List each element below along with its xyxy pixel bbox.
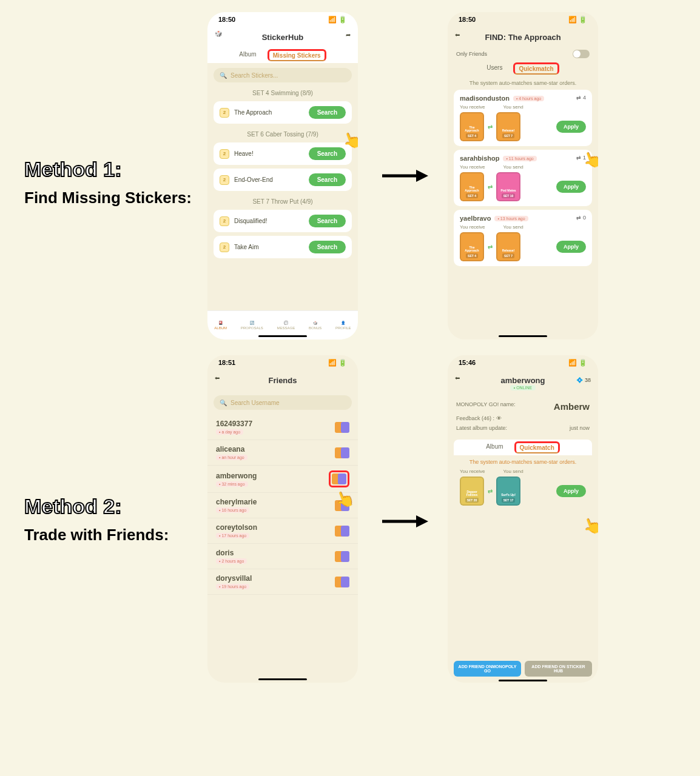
friend-cards-icon[interactable] [329,470,349,487]
nav-proposals[interactable]: 🔄PROPOSALS [241,321,263,330]
apply-button[interactable]: Apply [556,241,586,253]
sticker-row: 2Disqualified! Search [214,210,352,232]
add-friend-monopoly-button[interactable]: ADD FRIEND ONMONOPOLY GO [454,661,521,677]
search-button[interactable]: Search [309,215,346,227]
home-indicator [258,678,307,680]
match-time: • 11 hours ago [503,156,536,161]
swap-icon: ⇄ [488,244,493,250]
nav-message[interactable]: 💬MESSAGE [277,321,295,330]
search-button[interactable]: Search [309,147,346,160]
swap-count: ⇄ 4 [576,95,586,101]
friend-cards-icon[interactable] [335,526,349,537]
home-indicator [499,680,547,681]
mgo-name: Amberw [554,401,590,412]
tab-album[interactable]: Album [239,51,256,60]
latest-value: just now [570,425,590,431]
only-friends-label: Only Friends [456,51,487,57]
sticker-row: 2Take Aim Search [214,236,352,258]
arrow-right-2 [381,509,429,534]
search-button[interactable]: Search [309,241,346,253]
friend-time: • 19 hours ago [216,584,249,589]
friend-name: cherylmarie [216,498,257,506]
friend-name: aliceana [216,445,247,453]
back-arrow-icon[interactable]: ⬅ [455,375,466,386]
statusbar: 18:50 📶🔋 [207,12,358,27]
friend-cards-icon[interactable] [335,447,349,458]
friend-row[interactable]: coreytolson • 17 hours ago [207,518,358,544]
friend-row[interactable]: amberwong • 32 mins ago [207,466,358,493]
nav-album[interactable]: 🎴ALBUM [214,321,227,330]
nav-profile[interactable]: 👤PROFILE [335,321,351,330]
friend-row[interactable]: 162493377 • a day ago [207,415,358,440]
apply-button[interactable]: Apply [556,121,586,133]
friend-cards-icon[interactable] [335,551,349,562]
search-icon: 🔍 [220,400,227,406]
friend-time: • 17 hours ago [216,533,249,538]
add-friend-stickerhub-button[interactable]: ADD FRIEND ON STICKER HUB [525,661,592,677]
sticker-row: 2The Approach Search [214,101,352,124]
receive-card: The ApproachSET 4 [460,112,484,141]
match-username[interactable]: sarahbishop [460,155,499,162]
search-input[interactable]: 🔍 Search Stickers... [214,68,352,82]
status-icons: 📶🔋 [568,16,587,24]
latest-label: Latest album update: [456,425,507,431]
sticker-name: Disqualified! [234,218,267,224]
swap-icon: ⇄ [488,184,493,190]
send-card: Pod MatesSET 10 [496,172,520,201]
friend-name: 162493377 [216,420,252,428]
info-text: The system auto-matches same-star orders… [448,459,598,465]
search-input[interactable]: 🔍 Search Username [214,395,352,410]
search-button[interactable]: Search [309,106,346,119]
method1-sub: Find Missing Stickers: [24,189,192,207]
tab-users[interactable]: Users [486,64,502,73]
status-icons: 📶🔋 [328,16,347,24]
home-indicator [258,335,307,337]
you-receive-label: You receive [460,469,485,474]
feedback-label[interactable]: Feedback (46) : 👁 [456,415,502,421]
match-username[interactable]: yaelbravo [460,215,491,222]
you-receive-label: You receive [460,164,485,170]
share-icon[interactable]: ➦ [346,32,351,38]
search-placeholder: Search Username [231,400,280,406]
only-friends-toggle[interactable] [573,50,590,58]
method2-sub: Trade with Friends: [24,526,169,544]
status-icons: 📶🔋 [328,359,347,367]
method1-title: Method 1: [24,158,192,181]
star-badge: 2 [220,216,229,226]
send-card: Release!SET 7 [496,112,520,141]
nav-bonus[interactable]: 🎲BONUS [309,321,321,330]
apply-button[interactable]: Apply [556,181,586,193]
tab-quickmatch[interactable]: Quickmatch [514,441,560,453]
tab-quickmatch[interactable]: Quickmatch [513,62,559,75]
match-username[interactable]: madisonduston [460,95,510,102]
online-status: • ONLINE [510,385,536,390]
home-indicator [499,335,547,337]
header: ⬅ FIND: The Approach [448,27,598,47]
sticker-row: 2Heave! Search [214,142,352,165]
friend-row[interactable]: dorysvillal • 19 hours ago [207,569,358,595]
friend-row[interactable]: doris • 2 hours ago [207,544,358,569]
swap-icon: ⇄ [488,124,493,130]
receive-card: Dapper Fellows SET 20 [460,477,484,506]
search-button[interactable]: Search [309,173,346,186]
tab-missing-stickers[interactable]: Missing Stickers [268,49,326,61]
back-arrow-icon[interactable]: ⬅ [455,32,466,42]
back-arrow-icon[interactable]: ⬅ [215,375,226,386]
phone-amberwong: 15:46 📶🔋 ⬅ amberwong • ONLINE 💠 38 MONOP… [448,355,598,683]
friend-time: • 16 hours ago [216,507,249,513]
tap-hand-icon: 👆 [580,513,598,538]
dice-icon: 🎲 [215,30,222,37]
you-send-label: You send [503,224,523,230]
you-send-label: You send [503,104,523,110]
friend-row[interactable]: aliceana • an hour ago [207,440,358,466]
phone-find-approach: 18:50 📶🔋 ⬅ FIND: The Approach Only Frien… [448,12,598,340]
friend-cards-icon[interactable] [335,422,349,433]
match-card: sarahbishop • 11 hours ago ⇄ 1 You recei… [454,150,592,206]
sticker-name: Heave! [234,150,254,157]
match-time: • 13 hours ago [494,216,528,221]
friend-cards-icon[interactable] [335,577,349,587]
tab-album[interactable]: Album [486,443,503,452]
time: 15:46 [459,359,476,366]
apply-button[interactable]: Apply [556,485,586,497]
you-receive-label: You receive [460,224,485,230]
